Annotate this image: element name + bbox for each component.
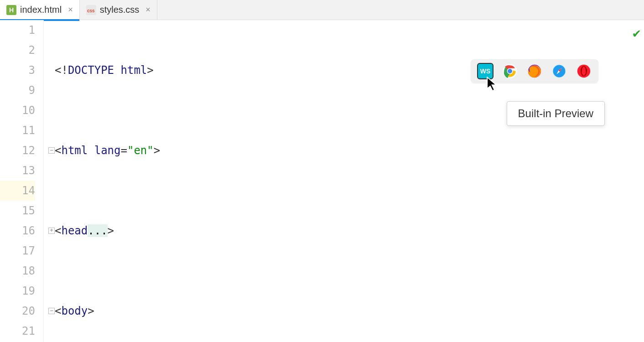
line-number: 1 xyxy=(0,20,35,40)
browser-preview-bar: WS xyxy=(471,59,598,83)
line-number: 16 xyxy=(0,221,35,241)
line-number: 19 xyxy=(0,281,35,301)
tab-index-html[interactable]: index.html × xyxy=(0,0,80,20)
line-number: 9 xyxy=(0,80,35,100)
code-line[interactable]: +<head...> xyxy=(55,221,644,241)
css-file-icon: css xyxy=(86,5,96,15)
line-number: 3 xyxy=(0,60,35,80)
code-line[interactable]: −<html lang="en"> xyxy=(55,140,644,161)
safari-icon[interactable] xyxy=(551,63,567,79)
svg-text:css: css xyxy=(87,8,95,13)
chrome-icon[interactable] xyxy=(502,63,518,79)
line-number: 13 xyxy=(0,161,35,181)
fold-toggle-icon[interactable]: − xyxy=(48,147,55,154)
firefox-icon[interactable] xyxy=(526,63,543,79)
line-number: 14 xyxy=(0,181,35,201)
opera-icon[interactable] xyxy=(576,63,592,79)
line-number: 12 xyxy=(0,140,35,161)
tooltip: Built-in Preview xyxy=(507,101,605,126)
line-number: 15 xyxy=(0,201,35,221)
line-number: 2 xyxy=(0,40,35,60)
folded-region[interactable]: ... xyxy=(88,224,107,237)
tab-label: index.html xyxy=(20,5,62,15)
line-number: 18 xyxy=(0,261,35,281)
line-number: 20 xyxy=(0,301,35,321)
code-line[interactable]: −<body> xyxy=(55,301,644,321)
tab-styles-css[interactable]: css styles.css × xyxy=(80,0,157,20)
close-icon[interactable]: × xyxy=(68,5,73,15)
line-number: 17 xyxy=(0,241,35,261)
tooltip-text: Built-in Preview xyxy=(518,107,593,119)
close-icon[interactable]: × xyxy=(145,5,151,15)
line-number: 11 xyxy=(0,120,35,140)
line-number: 10 xyxy=(0,100,35,120)
fold-toggle-icon[interactable]: − xyxy=(48,308,55,314)
line-number: 21 xyxy=(0,321,35,341)
fold-toggle-icon[interactable]: + xyxy=(48,228,55,234)
html-file-icon xyxy=(6,5,16,15)
tab-label: styles.css xyxy=(100,5,140,15)
gutter: 1 2 3 9 10 11 12 13 14 15 16 17 18 19 20… xyxy=(0,20,44,342)
tab-bar-empty xyxy=(157,0,644,20)
svg-point-11 xyxy=(582,67,586,76)
webstorm-preview-icon[interactable]: WS xyxy=(477,63,493,79)
tab-bar: index.html × css styles.css × xyxy=(0,0,644,20)
